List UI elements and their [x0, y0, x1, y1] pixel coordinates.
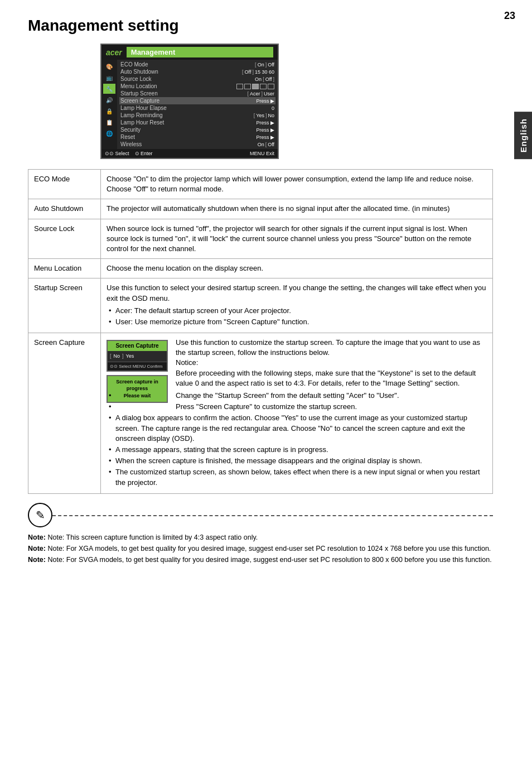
table-row-screencapture: Screen Capture Screen Captutre [ No ]: [28, 333, 493, 494]
osd-logo: acer: [106, 48, 122, 57]
label-menulocation: Menu Location: [28, 259, 101, 278]
osd-icon-7: 🌐: [103, 128, 115, 138]
sc-bullet-6: The customized startup screen, as shown …: [107, 467, 487, 487]
osd-icon-3: 🔧: [103, 84, 115, 94]
osd-row-eco: ECO Mode [ On ] Off: [119, 61, 275, 68]
sc-bullet-3: A dialog box appears to confirm the acti…: [107, 413, 487, 444]
desc-menulocation: Choose the menu location on the display …: [101, 259, 493, 278]
sc-bullet-2: Press "Screen Capture" to customize the …: [107, 402, 487, 412]
settings-table: ECO Mode Choose "On" to dim the projecto…: [28, 169, 493, 494]
osd-select-label: ⊙⊙ Select: [105, 151, 129, 156]
osd-row-lampelapse: Lamp Hour Elapse 0: [119, 104, 275, 112]
note-icon: ✎: [28, 503, 52, 527]
note-2: Note: Note: For XGA models, to get best …: [28, 543, 493, 554]
page-title: Management setting: [28, 17, 493, 35]
osd-icon-1: 🎨: [103, 61, 115, 71]
osd-icon-list: 🎨 📺 🔧 🔊 🔒 📋 🌐: [101, 60, 117, 149]
osd-row-menulocation: Menu Location: [119, 83, 275, 90]
language-tab: English: [514, 112, 532, 159]
osd-row-screencapture: Screen Capture Press ▶: [119, 97, 275, 104]
osd-icon-4: 🔊: [103, 95, 115, 105]
sc-dialog-footer: ⊙⊙ Select MENU Confirm: [108, 362, 167, 371]
osd-screenshot: acer Management 🎨 📺 🔧 🔊 🔒 📋 🌐 ECO Mode […: [100, 44, 279, 159]
osd-icon-5: 🔒: [103, 106, 115, 116]
table-row-eco: ECO Mode Choose "On" to dim the projecto…: [28, 170, 493, 199]
sc-dialog-title: Screen Captutre: [108, 341, 167, 351]
osd-title: Management: [127, 47, 273, 57]
label-autoshutdown: Auto Shutdown: [28, 199, 101, 219]
osd-enter-label: ⊙ Enter: [135, 151, 153, 156]
sc-option-yes: Yes: [126, 353, 134, 360]
osd-row-autoshutdown: Auto Shutdown [ Off ] 15 30 60: [119, 68, 275, 75]
table-row-autoshutdown: Auto Shutdown The projector will automat…: [28, 199, 493, 219]
page-number: 23: [504, 10, 515, 22]
sc-bullet-1: Change the "Startup Screen" from the def…: [107, 391, 487, 401]
osd-row-sourcelock: Source Lock On [ Off ]: [119, 75, 275, 83]
label-screencapture: Screen Capture: [28, 333, 101, 494]
osd-row-lamphourreset: Lamp Hour Reset Press ▶: [119, 119, 275, 126]
sc-option-no: No: [114, 353, 120, 360]
startup-bullet-1: Acer: The default startup screen of your…: [107, 306, 487, 316]
note-1: Note: Note: This screen capture function…: [28, 532, 493, 543]
desc-sourcelock: When source lock is turned "off", the pr…: [101, 219, 493, 259]
desc-autoshutdown: The projector will automatically shutdow…: [101, 199, 493, 219]
desc-eco: Choose "On" to dim the projector lamp wh…: [101, 170, 493, 199]
table-row-startupscreen: Startup Screen Use this function to sele…: [28, 278, 493, 333]
sc-bullet-4: A message appears, stating that the scre…: [107, 445, 487, 455]
osd-icon-6: 📋: [103, 117, 115, 127]
osd-menu-rows: ECO Mode [ On ] Off Auto Shutdown [ Off …: [117, 60, 278, 149]
note-3: Note: Note: For SVGA models, to get best…: [28, 554, 493, 565]
desc-screencapture: Screen Captutre [ No ] Yes ⊙⊙ Select MEN…: [101, 333, 493, 494]
desc-startupscreen: Use this function to select your desired…: [101, 278, 493, 333]
osd-footer: ⊙⊙ Select ⊙ Enter MENU Exit: [101, 149, 278, 158]
sc-bullet-5: When the screen capture is finished, the…: [107, 456, 487, 466]
osd-row-lampreminding: Lamp Reminding [ Yes ] No: [119, 112, 275, 119]
label-sourcelock: Source Lock: [28, 219, 101, 259]
osd-exit-label: MENU Exit: [250, 151, 274, 156]
table-row-menulocation: Menu Location Choose the menu location o…: [28, 259, 493, 278]
osd-row-wireless: Wireless On [ Off: [119, 141, 275, 148]
osd-row-reset: Reset Press ▶: [119, 133, 275, 141]
osd-row-security: Security Press ▶: [119, 126, 275, 133]
osd-row-startupscreen: Startup Screen [ Acer ] User: [119, 90, 275, 97]
label-eco: ECO Mode: [28, 170, 101, 199]
osd-icon-2: 📺: [103, 73, 115, 83]
label-startupscreen: Startup Screen: [28, 278, 101, 333]
table-row-sourcelock: Source Lock When source lock is turned "…: [28, 219, 493, 259]
startup-bullet-2: User: Use memorize picture from "Screen …: [107, 317, 487, 327]
